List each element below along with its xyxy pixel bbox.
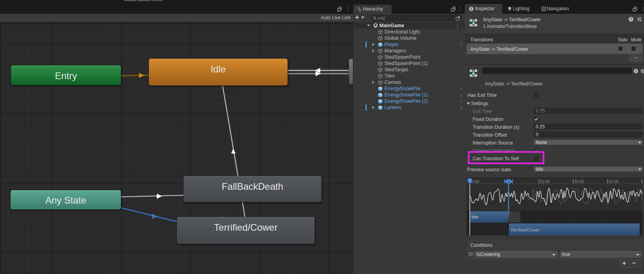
- svg-text:Idle: Idle: [471, 215, 479, 219]
- svg-text:Terrified/Cower: Terrified/Cower: [510, 228, 540, 232]
- svg-text:?: ?: [635, 69, 637, 73]
- svg-text:20:00: 20:00: [609, 180, 618, 184]
- svg-text:15:00: 15:00: [574, 180, 584, 184]
- svg-text:2: 2: [642, 180, 643, 184]
- svg-text:10:00: 10:00: [540, 180, 550, 184]
- svg-text:?: ?: [630, 17, 632, 21]
- svg-text:0:00: 0:00: [471, 180, 479, 184]
